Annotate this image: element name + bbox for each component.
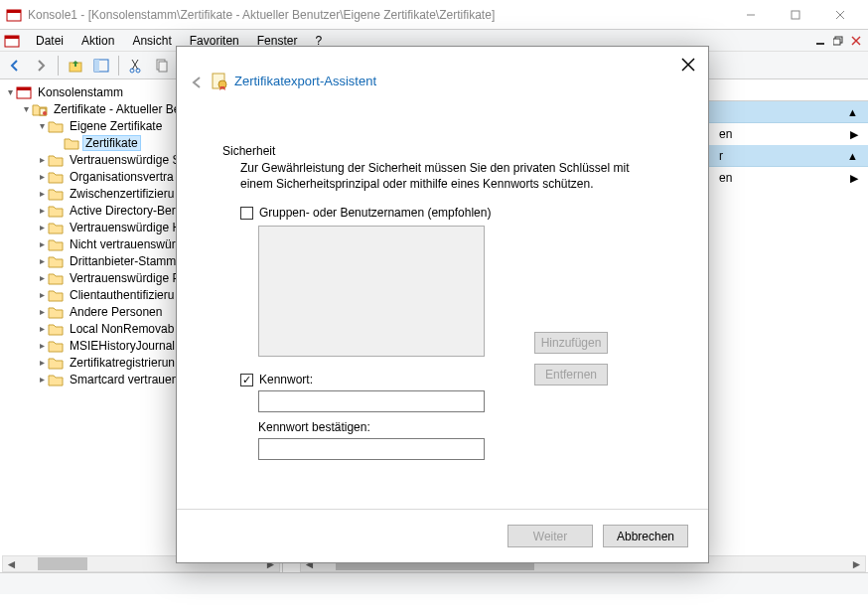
svg-rect-1 [7,10,21,13]
svg-rect-7 [5,36,19,39]
remove-button[interactable]: Entfernen [534,364,608,385]
copy-button[interactable] [151,55,173,77]
window-title: Konsole1 - [Konsolenstamm\Zertifikate - … [28,8,728,22]
svg-rect-23 [17,87,31,90]
users-listbox[interactable] [258,226,485,357]
password-confirm-label: Kennwort bestätigen: [258,420,662,434]
password-label: Kennwort: [259,373,313,386]
up-button[interactable] [65,55,86,77]
minimize-button[interactable] [728,0,773,30]
svg-rect-19 [159,62,167,72]
menu-datei[interactable]: Datei [28,32,72,50]
actions-row-2[interactable]: r▲ [709,145,868,167]
mdi-minimize-button[interactable] [812,33,828,49]
mdi-restore-button[interactable] [830,33,846,49]
actions-row-0[interactable]: ▲ [709,101,868,123]
maximize-button[interactable] [773,0,817,30]
wizard-close-button[interactable] [678,55,698,75]
menu-ansicht[interactable]: Ansicht [124,32,179,50]
forward-button[interactable] [30,55,52,77]
cancel-button[interactable]: Abbrechen [603,525,688,547]
cut-button[interactable] [125,55,147,77]
svg-rect-10 [833,39,840,45]
certificate-icon [211,73,228,93]
next-button[interactable]: Weiter [507,525,593,547]
menu-aktion[interactable]: Aktion [73,32,122,50]
svg-rect-3 [792,11,799,19]
section-title: Sicherheit [222,144,662,158]
actions-row-3[interactable]: en▶ [709,167,868,189]
app-icon-small [4,33,20,49]
group-users-checkbox[interactable] [240,207,253,220]
wizard-title: Zertifikatexport-Assistent [234,74,376,88]
svg-rect-15 [94,60,99,72]
back-button[interactable] [4,55,26,77]
password-checkbox[interactable] [240,374,253,386]
show-hide-tree-button[interactable] [90,55,112,77]
group-users-label: Gruppen- oder Benutzernamen (empfohlen) [259,206,491,220]
section-description: Zur Gewährleistung der Sicherheit müssen… [240,160,662,192]
mdi-close-button[interactable] [848,33,864,49]
actions-row-1[interactable]: en▶ [709,123,868,145]
statusbar [0,572,868,594]
password-input[interactable] [258,390,485,412]
password-confirm-input[interactable] [258,438,485,460]
app-icon [6,7,22,23]
close-button[interactable] [817,0,862,30]
svg-point-25 [43,111,47,115]
wizard-back-button[interactable] [189,75,205,93]
titlebar: Konsole1 - [Konsolenstamm\Zertifikate - … [0,0,868,30]
wizard-dialog: Zertifikatexport-Assistent Sicherheit Zu… [176,46,709,563]
add-button[interactable]: Hinzufügen [534,332,608,354]
